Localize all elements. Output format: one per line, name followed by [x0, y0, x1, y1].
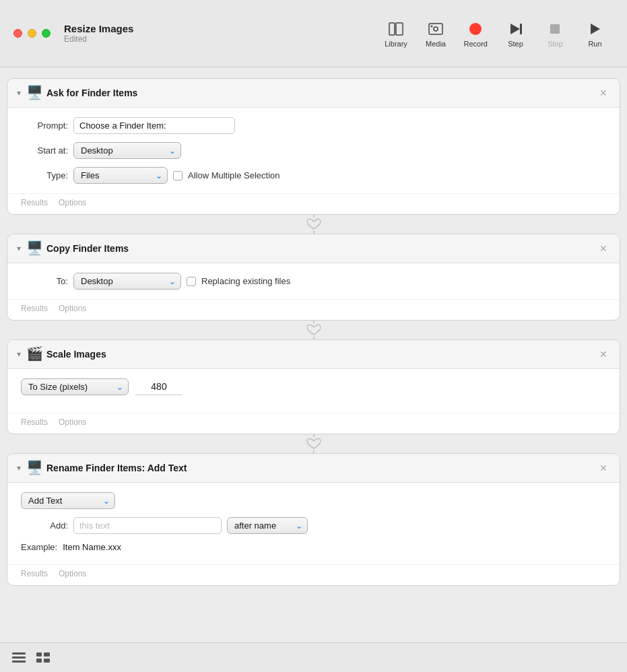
- allow-multiple-label: Allow Multiple Selection: [188, 170, 280, 180]
- replacing-checkbox[interactable]: [187, 277, 196, 286]
- stop-icon: [546, 20, 564, 38]
- scale-images-header: ▾ 🎬 Scale Images ✕: [7, 340, 620, 369]
- scale-images-icon: 🎬: [26, 347, 41, 362]
- scale-images-results-link[interactable]: Results: [21, 417, 48, 427]
- grid-view-button[interactable]: [35, 650, 51, 666]
- svg-marker-6: [510, 24, 520, 34]
- allow-multiple-checkbox[interactable]: [173, 171, 183, 180]
- ask-finder-footer: Results Options: [7, 193, 620, 214]
- scale-images-chevron[interactable]: ▾: [17, 349, 21, 359]
- copy-finder-title: Copy Finder Items: [46, 243, 591, 254]
- record-icon: [466, 20, 485, 38]
- connector-3: [7, 434, 620, 453]
- rename-finder-title: Rename Finder Items: Add Text: [46, 463, 591, 473]
- app-title: Resize Images Edited: [64, 23, 133, 44]
- scale-images-body: To Size (pixels) ⌄: [7, 369, 620, 413]
- type-row: Type: Files ⌄ Allow Multiple Selection: [21, 167, 606, 184]
- app-title-subtitle: Edited: [64, 34, 133, 44]
- record-button[interactable]: Record: [457, 15, 494, 52]
- to-select[interactable]: Desktop: [73, 273, 181, 290]
- copy-finder-results-link[interactable]: Results: [21, 304, 48, 313]
- mode-row: Add Text ⌄: [21, 492, 606, 509]
- library-label: Library: [385, 40, 407, 48]
- bottom-toolbar: [0, 642, 627, 672]
- svg-point-5: [469, 23, 482, 35]
- rename-finder-chevron[interactable]: ▾: [17, 463, 21, 473]
- stop-button[interactable]: Stop: [537, 15, 574, 52]
- copy-finder-header: ▾ 🖥️ Copy Finder Items ✕: [7, 234, 620, 263]
- example-value: Item Name.xxx: [63, 542, 121, 552]
- run-button[interactable]: Run: [576, 15, 614, 52]
- media-label: Media: [426, 40, 446, 48]
- scale-row: To Size (pixels) ⌄: [21, 378, 606, 395]
- run-label: Run: [588, 40, 601, 48]
- svg-point-3: [434, 27, 438, 31]
- mode-select-wrapper: Add Text ⌄: [21, 492, 115, 509]
- to-row: To: Desktop ⌄ Replacing existing files: [21, 273, 606, 290]
- svg-rect-1: [396, 23, 403, 35]
- media-button[interactable]: Media: [418, 15, 455, 52]
- example-row: Example: Item Name.xxx: [21, 542, 606, 552]
- svg-rect-15: [36, 659, 42, 663]
- main-content: ▾ 🖥️ Ask for Finder Items ✕ Prompt: Star…: [0, 67, 627, 597]
- copy-finder-close[interactable]: ✕: [597, 242, 610, 255]
- minimize-button[interactable]: [28, 29, 36, 38]
- close-button[interactable]: [13, 29, 22, 38]
- to-select-wrapper: Desktop ⌄: [73, 273, 181, 290]
- ask-finder-options-link[interactable]: Options: [59, 198, 86, 207]
- scale-images-footer: Results Options: [7, 413, 620, 434]
- traffic-lights: [13, 29, 51, 38]
- step-label: Step: [508, 40, 523, 48]
- rename-finder-close[interactable]: ✕: [597, 461, 610, 475]
- ask-finder-icon: 🖥️: [26, 86, 41, 100]
- rename-finder-results-link[interactable]: Results: [21, 569, 48, 578]
- add-text-input[interactable]: [73, 517, 222, 534]
- scale-images-card: ▾ 🎬 Scale Images ✕ To Size (pixels) ⌄ Re…: [7, 339, 620, 434]
- rename-finder-body: Add Text ⌄ Add: after name ⌄ Example: It…: [7, 483, 620, 564]
- scale-images-title: Scale Images: [46, 349, 591, 360]
- scale-images-close[interactable]: ✕: [597, 347, 610, 361]
- replacing-label: Replacing existing files: [201, 276, 290, 286]
- copy-finder-options-link[interactable]: Options: [59, 304, 86, 313]
- library-button[interactable]: Library: [378, 15, 415, 52]
- add-text-row: Add: after name ⌄: [21, 517, 606, 534]
- connector-1: [7, 215, 620, 234]
- start-at-select-wrapper: Desktop ⌄: [73, 142, 181, 159]
- copy-finder-icon: 🖥️: [26, 241, 41, 256]
- rename-finder-options-link[interactable]: Options: [59, 569, 86, 578]
- scale-type-select[interactable]: To Size (pixels): [21, 378, 129, 395]
- library-icon: [387, 20, 405, 38]
- mode-select[interactable]: Add Text: [21, 492, 115, 509]
- connector-heart-3: [304, 437, 323, 450]
- svg-point-4: [431, 25, 433, 27]
- record-label: Record: [464, 40, 488, 48]
- copy-finder-chevron[interactable]: ▾: [17, 244, 21, 253]
- type-select[interactable]: Files: [73, 167, 168, 184]
- step-icon: [506, 20, 525, 38]
- stop-label: Stop: [548, 40, 563, 48]
- add-label: Add:: [21, 520, 68, 531]
- run-icon: [585, 20, 604, 38]
- prompt-label: Prompt:: [21, 121, 68, 131]
- example-label: Example:: [21, 542, 57, 552]
- type-label: Type:: [21, 170, 68, 180]
- copy-finder-card: ▾ 🖥️ Copy Finder Items ✕ To: Desktop ⌄ R…: [7, 234, 620, 321]
- step-button[interactable]: Step: [497, 15, 534, 52]
- list-view-button[interactable]: [11, 650, 27, 666]
- svg-rect-12: [12, 661, 26, 663]
- svg-rect-2: [429, 24, 442, 34]
- start-at-row: Start at: Desktop ⌄: [21, 142, 606, 159]
- maximize-button[interactable]: [42, 29, 51, 38]
- ask-finder-card: ▾ 🖥️ Ask for Finder Items ✕ Prompt: Star…: [7, 78, 620, 215]
- ask-finder-close[interactable]: ✕: [597, 86, 610, 100]
- pixels-input[interactable]: [135, 378, 183, 395]
- app-title-name: Resize Images: [64, 23, 133, 34]
- ask-finder-chevron[interactable]: ▾: [17, 88, 21, 98]
- scale-images-options-link[interactable]: Options: [59, 417, 86, 427]
- scale-type-wrapper: To Size (pixels) ⌄: [21, 378, 129, 395]
- start-at-select[interactable]: Desktop: [73, 142, 181, 159]
- ask-finder-results-link[interactable]: Results: [21, 198, 48, 207]
- svg-rect-10: [12, 652, 26, 654]
- prompt-input[interactable]: [73, 117, 235, 134]
- position-select[interactable]: after name: [227, 517, 308, 534]
